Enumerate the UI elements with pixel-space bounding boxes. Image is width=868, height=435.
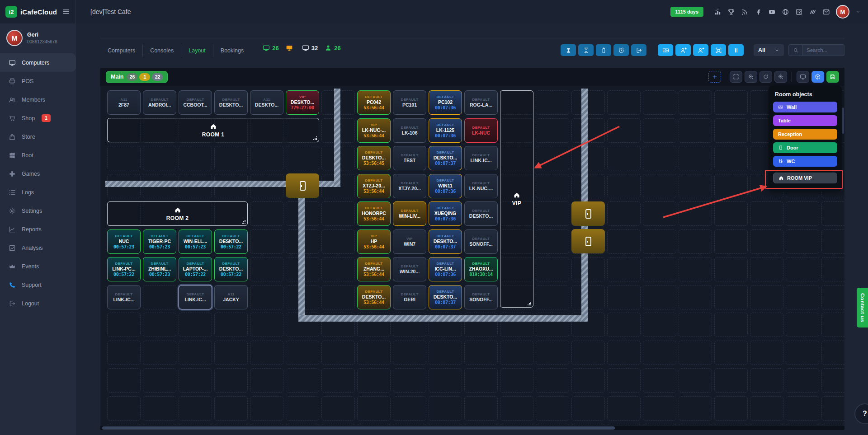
grid-cell[interactable] xyxy=(643,146,676,170)
wall-object[interactable] xyxy=(334,89,340,187)
computer-tile-xueqing[interactable]: DEFAULTXUEQING00:07:36 xyxy=(429,201,462,226)
grid-cell[interactable] xyxy=(679,341,712,365)
grid-cell[interactable] xyxy=(250,368,283,393)
grid-cell[interactable] xyxy=(714,118,748,143)
grid-cell[interactable] xyxy=(536,118,569,143)
grid-cell[interactable] xyxy=(643,396,676,421)
grid-cell[interactable] xyxy=(714,201,748,226)
sidebar-item-shop[interactable]: Shop1 xyxy=(0,109,76,127)
grid-cell[interactable] xyxy=(143,396,176,421)
room-object-vip[interactable]: VIP xyxy=(500,90,533,308)
wall-object[interactable] xyxy=(298,198,305,322)
grid-cell[interactable] xyxy=(607,257,641,281)
grid-cell[interactable] xyxy=(607,341,641,365)
grid-cell[interactable] xyxy=(821,229,844,254)
exit-action-button[interactable] xyxy=(631,44,646,56)
zoom-out-button[interactable] xyxy=(745,71,757,83)
sidebar-item-logout[interactable]: Logout xyxy=(0,294,76,313)
tab-computers[interactable]: Computers xyxy=(100,44,142,57)
grid-cell[interactable] xyxy=(429,396,462,421)
computer-tile-deskto[interactable]: DEFAULTDESKTO...00:07:37 xyxy=(429,285,462,309)
fit-screen-button[interactable] xyxy=(730,71,742,83)
grid-cell[interactable] xyxy=(679,90,712,115)
grid-cell[interactable] xyxy=(214,313,248,337)
grid-cell[interactable] xyxy=(214,396,248,421)
grid-cell[interactable] xyxy=(714,285,748,309)
grid-cell[interactable] xyxy=(464,341,498,365)
grid-cell[interactable] xyxy=(143,368,176,393)
globe-icon[interactable] xyxy=(782,8,789,16)
grid-cell[interactable] xyxy=(429,368,462,393)
mail-icon[interactable] xyxy=(822,8,830,16)
grid-cell[interactable] xyxy=(179,396,212,421)
grid-cell[interactable] xyxy=(143,146,176,170)
computer-tile-androi[interactable]: DEFAULTANDROI... xyxy=(143,90,176,115)
scan-action-button[interactable] xyxy=(711,44,726,56)
grid-cell[interactable] xyxy=(607,285,641,309)
cash-action-button[interactable] xyxy=(658,44,673,56)
monitor-view-button[interactable] xyxy=(797,71,809,83)
grid-cell[interactable] xyxy=(714,313,748,337)
computer-tile-lk-nuc-[interactable]: VIPLK-NUC-...53:56:44 xyxy=(357,118,391,143)
door-object[interactable] xyxy=(571,229,605,253)
grid-cell[interactable] xyxy=(321,368,355,393)
grid-cell[interactable] xyxy=(643,368,676,393)
grid-cell[interactable] xyxy=(571,118,605,143)
waves-icon[interactable] xyxy=(809,8,816,16)
grid-cell[interactable] xyxy=(750,368,783,393)
user-avatar[interactable]: M xyxy=(836,5,849,19)
grid-cell[interactable] xyxy=(107,146,141,170)
grid-cell[interactable] xyxy=(536,368,569,393)
grid-cell[interactable] xyxy=(107,313,141,337)
computer-tile-xtjy-20[interactable]: DEFAULTXTJY-20... xyxy=(393,174,426,198)
tab-layout[interactable]: Layout xyxy=(181,44,213,57)
computer-tile-link-ic[interactable]: DEFAULTLINK-IC... xyxy=(107,285,141,309)
grid-cell[interactable] xyxy=(643,313,676,337)
scrollbar-thumb[interactable] xyxy=(102,426,615,430)
grid-cell[interactable] xyxy=(607,118,641,143)
computer-tile-link-ic[interactable]: DEFAULTLINK-IC... xyxy=(179,285,212,309)
grid-cell[interactable] xyxy=(714,174,748,198)
grid-cell[interactable] xyxy=(536,90,569,115)
grid-cell[interactable] xyxy=(393,341,426,365)
computer-tile-honorpc[interactable]: DEFAULTHONORPC53:56:44 xyxy=(357,201,391,226)
grid-cell[interactable] xyxy=(536,396,569,421)
computer-tile-win7[interactable]: VIPWIN7 xyxy=(393,229,426,254)
grid-cell[interactable] xyxy=(107,341,141,365)
grid-cell[interactable] xyxy=(250,341,283,365)
computer-tile-sonoff[interactable]: DEFAULTSONOFF... xyxy=(464,285,498,309)
computer-tile-zhang[interactable]: DEFAULTZHANG...53:56:44 xyxy=(357,257,391,281)
computer-tile-tiger-pc[interactable]: DEFAULTTIGER-PC00:57:23 xyxy=(143,229,176,254)
computer-tile-deskto[interactable]: DEFAULTDESKTO...00:57:22 xyxy=(214,229,248,254)
computer-tile-deskto[interactable]: DEFAULTDESKTO...00:57:22 xyxy=(214,257,248,281)
grid-cell[interactable] xyxy=(750,313,783,337)
grid-cell[interactable] xyxy=(821,368,844,393)
grid-cell[interactable] xyxy=(500,341,533,365)
computer-tile-zhaoxu[interactable]: DEFAULTZHAOXU...819:30:14 xyxy=(464,257,498,281)
ranking-icon[interactable] xyxy=(714,8,722,16)
contact-us-tab[interactable]: Contact us xyxy=(857,288,868,327)
hourglass-fill-action-button[interactable] xyxy=(561,44,576,56)
grid-cell[interactable] xyxy=(607,174,641,198)
room-object-room-1[interactable]: ROOM 1 xyxy=(107,118,319,142)
room-object-room-2[interactable]: ROOM 2 xyxy=(107,201,248,226)
grid-cell[interactable] xyxy=(786,341,819,365)
grid-cell[interactable] xyxy=(571,90,605,115)
trophy-icon[interactable] xyxy=(727,8,735,16)
search-input[interactable] xyxy=(803,44,844,56)
grid-cell[interactable] xyxy=(429,341,462,365)
computer-tile-geri[interactable]: DEFAULTGERI xyxy=(393,285,426,309)
grid-cell[interactable] xyxy=(357,396,391,421)
grid-cell[interactable] xyxy=(607,146,641,170)
grid-cell[interactable] xyxy=(536,229,569,254)
sidebar-item-members[interactable]: Members xyxy=(0,90,76,109)
grid-cell[interactable] xyxy=(500,368,533,393)
computer-tile-deskto[interactable]: VIPDESKTO...779:27:00 xyxy=(286,90,319,115)
grid-cell[interactable] xyxy=(179,313,212,337)
3d-view-button[interactable] xyxy=(811,71,824,83)
grid-cell[interactable] xyxy=(107,396,141,421)
grid-cell[interactable] xyxy=(286,146,319,170)
computer-tile-test[interactable]: DEFAULTTEST xyxy=(393,146,426,170)
youtube-icon[interactable] xyxy=(768,8,776,16)
grid-cell[interactable] xyxy=(321,341,355,365)
